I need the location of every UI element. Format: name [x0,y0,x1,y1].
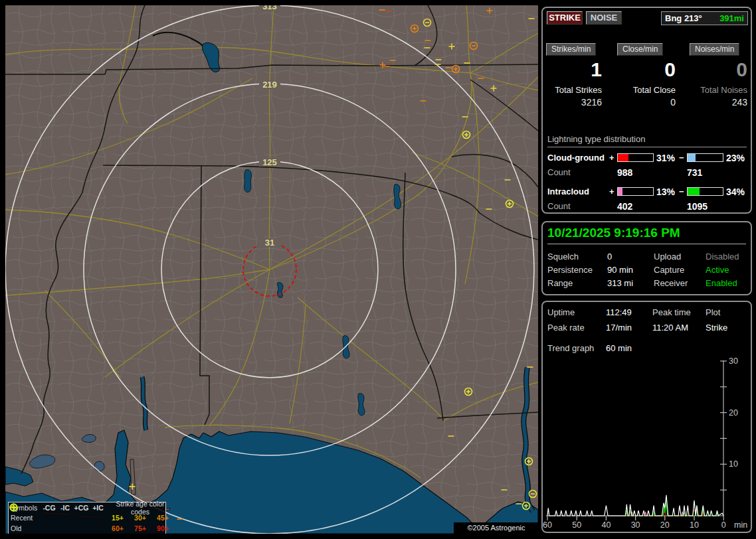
ic-positive-pct: 13% [656,187,675,197]
minus-sign: − [679,153,684,163]
ring-label-313: 313 [262,5,277,11]
close-per-min-chip[interactable]: Close/min [617,43,663,56]
lightning-distribution: Lightning type distribution Cloud-ground… [547,134,747,211]
strikes-per-min-chip[interactable]: Strikes/min [546,43,596,56]
copyright-notice: ©2005 Astrogenic Systems [454,522,538,534]
minus-sign: − [679,187,684,196]
persistence-value: 90 min [607,265,633,275]
capture-label: Capture [654,265,684,275]
legend-age-title: Strike age color codes [106,500,174,516]
ic-positive-bar [617,187,654,196]
status-row: Persistence 90 min Capture Active [543,265,751,275]
trend-graph-row: Trend graph 60 min [543,343,751,354]
intracloud-counts: Count 402 1095 [547,201,747,211]
strike-button[interactable]: STRIKE [547,11,583,25]
plot-label: Plot [706,307,720,317]
svg-text:30: 30 [729,358,738,366]
noises-counter: Noises/min 0 Total Noises 243 [690,42,747,108]
chart-tick-labels: 1020306050403020100min [543,358,747,530]
legend-col-neg-ic: -IC [57,504,73,512]
uptime-value: 112:49 [606,307,632,317]
bearing-readout: Bng 213° 391mi [661,11,748,25]
intracloud-row: Intracloud + 13% − 34% [547,187,747,196]
strikes-per-min-value: 1 [546,58,602,82]
persistence-label: Persistence [547,265,593,275]
cg-positive-pct: 31% [656,153,675,163]
svg-text:10: 10 [729,459,738,469]
svg-text:20: 20 [729,408,738,418]
strikes-counter: Strikes/min 1 Total Strikes 3216 [546,42,602,108]
receiver-label: Receiver [654,278,688,288]
uptime-label: Uptime [547,307,575,317]
ring-label-125: 125 [262,157,277,167]
cloud-ground-row: Cloud-ground + 31% − 23% [547,153,747,163]
intracloud-label: Intracloud [547,187,589,196]
session-row: Uptime 112:49 Peak time Plot [543,307,751,318]
range-value: 313 mi [607,278,633,288]
range-label: Range [547,278,573,288]
svg-text:60: 60 [543,520,552,530]
noise-button[interactable]: NOISE [586,11,622,25]
legend-row-label-old: Old [11,524,41,532]
chart-axes [546,360,727,520]
cloud-ground-counts: Count 988 731 [547,167,747,177]
total-strikes-label: Total Strikes [546,85,602,95]
ic-negative-count: 1095 [687,201,708,212]
session-row: Peak rate 17/min 11:20 AM Strike [543,323,751,333]
legend-col-pos-cg: +CG [73,504,90,512]
upload-status: Disabled [706,252,739,262]
lightning-map[interactable]: 31321912531 Symbols -CG -IC +CG +IC Stri… [5,5,538,534]
svg-text:0: 0 [721,520,726,530]
svg-text:20: 20 [660,520,670,530]
cg-negative-bar [687,153,723,162]
plus-sign: + [609,187,614,196]
status-row: Squelch 0 Upload Disabled [543,252,751,262]
cloud-ground-label: Cloud-ground [547,153,605,163]
ic-positive-count: 402 [617,201,632,212]
ic-negative-pct: 34% [726,187,745,197]
current-datetime: 10/21/2025 9:19:16 PM [547,226,746,244]
total-noises-label: Total Noises [690,85,747,95]
cg-positive-count: 988 [617,167,632,178]
trend-graph-label: Trend graph [547,343,594,353]
age-code-45: 45+ [151,514,174,522]
age-code-15: 15+ [106,514,129,522]
bearing-value: Bng 213° [665,13,702,23]
chart-unit-label: min [734,520,747,530]
upload-label: Upload [654,252,681,262]
trend-graph-value: 60 min [606,343,632,353]
svg-text:50: 50 [572,520,581,530]
status-panel: 10/21/2025 9:19:16 PM Squelch 0 Upload D… [541,221,752,295]
total-noises-value: 243 [690,97,747,108]
total-close-label: Total Close [617,85,676,95]
age-code-90: 90+ [151,524,174,532]
count-label: Count [547,167,571,177]
svg-text:40: 40 [601,520,611,530]
capture-status: Active [706,265,729,275]
trend-graph: 1020306050403020100min [543,358,751,533]
stats-panel: STRIKE NOISE Bng 213° 391mi Strikes/min … [541,7,752,214]
peak-rate-label: Peak rate [547,323,585,333]
receiver-status: Enabled [706,278,737,288]
total-close-value: 0 [617,97,676,108]
plus-sign: + [609,153,614,163]
age-code-60: 60+ [106,524,129,532]
distribution-title: Lightning type distribution [547,134,747,147]
status-row: Range 313 mi Receiver Enabled [543,278,751,289]
legend-row-label-recent: Recent [11,514,41,522]
svg-text:10: 10 [690,520,699,530]
peak-time-label: Peak time [652,307,691,317]
total-strikes-value: 3216 [546,97,602,108]
cg-negative-pct: 23% [726,153,745,163]
ring-label-219: 219 [262,80,277,90]
svg-text:30: 30 [631,520,640,530]
noises-per-min-chip[interactable]: Noises/min [690,43,739,56]
map-legend: Symbols -CG -IC +CG +IC Strike age color… [8,502,166,534]
legend-col-neg-cg: -CG [41,504,57,512]
age-code-30: 30+ [129,514,151,522]
peak-rate-value: 17/min [606,323,632,333]
noises-per-min-value: 0 [690,58,747,82]
ic-negative-bar [687,187,723,196]
age-code-75: 75+ [129,524,151,532]
count-label: Count [547,201,571,211]
